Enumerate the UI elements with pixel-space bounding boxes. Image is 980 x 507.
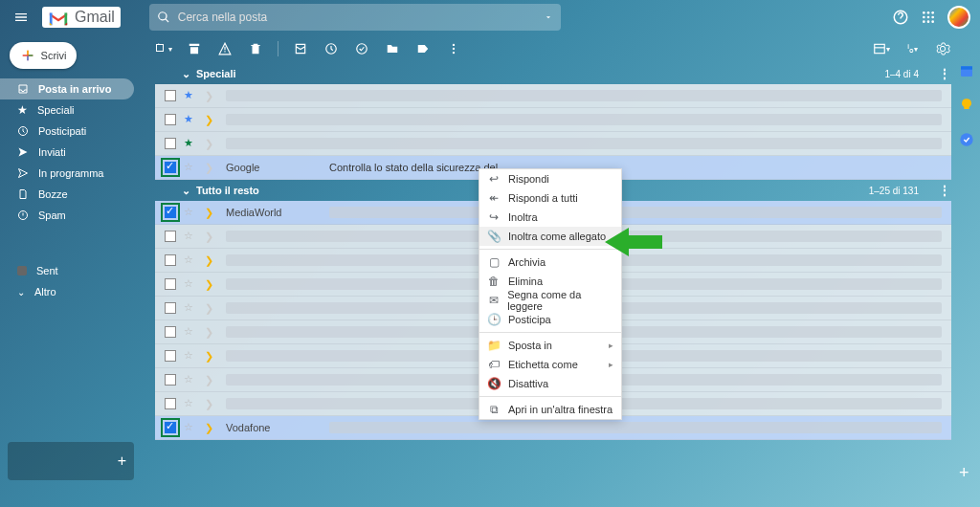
open-window-icon: ⧉ <box>487 403 501 416</box>
search-input[interactable] <box>178 11 544 24</box>
row-checkbox[interactable] <box>165 138 176 149</box>
star-icon[interactable]: ☆ <box>184 277 197 291</box>
row-checkbox[interactable] <box>165 162 176 173</box>
star-icon[interactable]: ☆ <box>184 206 197 219</box>
row-checkbox[interactable] <box>165 302 176 314</box>
ctx-delete[interactable]: 🗑Elimina <box>479 272 621 291</box>
row-checkbox[interactable] <box>165 398 176 409</box>
important-icon[interactable]: ❯ <box>205 278 218 290</box>
sidebar-item-more[interactable]: ⌄ Altro <box>0 281 134 302</box>
delete-icon[interactable] <box>247 40 264 57</box>
star-icon[interactable]: ★ <box>184 113 197 126</box>
ctx-forward[interactable]: ↪Inoltra <box>479 208 621 227</box>
hangouts-profile[interactable]: + <box>8 442 134 480</box>
important-icon[interactable]: ❯ <box>205 114 218 125</box>
star-icon[interactable]: ☆ <box>184 161 197 174</box>
row-checkbox[interactable] <box>165 326 176 338</box>
ctx-reply[interactable]: ↩Rispondi <box>479 169 621 188</box>
important-icon[interactable]: ❯ <box>205 138 218 149</box>
star-icon[interactable]: ☆ <box>184 230 197 243</box>
calendar-icon[interactable] <box>959 63 974 78</box>
sidebar-label-sent[interactable]: Sent <box>0 260 134 281</box>
section-more-icon[interactable]: ⋮ <box>938 183 951 198</box>
important-icon[interactable]: ❯ <box>205 374 218 386</box>
important-icon[interactable]: ❯ <box>205 231 218 242</box>
sidebar-item-spam[interactable]: Spam <box>0 205 134 226</box>
star-icon[interactable]: ☆ <box>184 373 197 386</box>
important-icon[interactable]: ❯ <box>205 254 218 266</box>
row-checkbox[interactable] <box>165 422 176 433</box>
search-box[interactable] <box>149 4 561 31</box>
label-icon: 🏷 <box>487 358 501 371</box>
row-checkbox[interactable] <box>165 114 176 125</box>
settings-icon[interactable] <box>934 40 951 57</box>
report-spam-icon[interactable] <box>216 40 234 57</box>
sidebar-item-drafts[interactable]: Bozze <box>0 184 134 205</box>
main-menu-button[interactable] <box>10 6 33 29</box>
ctx-mute[interactable]: 🔇Disattiva <box>479 374 621 393</box>
sidebar-item-label: Altro <box>34 286 56 298</box>
chevron-down-icon[interactable] <box>544 12 553 22</box>
archive-icon[interactable] <box>186 40 203 57</box>
move-to-icon[interactable] <box>384 40 401 57</box>
star-icon[interactable]: ★ <box>184 89 197 102</box>
labels-icon[interactable] <box>414 40 432 57</box>
apps-icon[interactable] <box>921 10 936 25</box>
help-icon[interactable] <box>892 9 909 26</box>
row-checkbox[interactable] <box>165 350 176 362</box>
important-icon[interactable]: ❯ <box>205 326 218 338</box>
sidebar-item-scheduled[interactable]: In programma <box>0 163 134 184</box>
row-checkbox[interactable] <box>165 207 176 218</box>
important-icon[interactable]: ❯ <box>205 302 218 314</box>
section-more-icon[interactable]: ⋮ <box>938 66 951 81</box>
important-icon[interactable]: ❯ <box>205 398 218 409</box>
email-row[interactable]: ★ ❯ <box>155 84 951 108</box>
important-icon[interactable]: ❯ <box>205 207 218 218</box>
ctx-reply-all[interactable]: ↞Rispondi a tutti <box>479 188 621 208</box>
row-checkbox[interactable] <box>165 90 176 101</box>
split-pane-icon[interactable]: ▾ <box>873 40 890 57</box>
tasks-icon[interactable] <box>959 132 974 147</box>
star-icon[interactable]: ☆ <box>184 254 197 267</box>
ctx-snooze[interactable]: 🕒Posticipa <box>479 310 621 329</box>
sidebar-item-snoozed[interactable]: Posticipati <box>0 121 134 142</box>
brand-text: Gmail <box>75 9 115 26</box>
row-checkbox[interactable] <box>165 278 176 290</box>
row-checkbox[interactable] <box>165 231 176 242</box>
sidebar-item-starred[interactable]: ★ Speciali <box>0 99 134 121</box>
add-task-icon[interactable] <box>353 40 370 57</box>
important-icon[interactable]: ❯ <box>205 162 218 173</box>
row-checkbox[interactable] <box>165 374 176 386</box>
ctx-open-window[interactable]: ⧉Apri in un'altra finestra <box>479 400 621 419</box>
avatar[interactable] <box>947 6 970 29</box>
keep-icon[interactable] <box>959 98 974 113</box>
attachment-icon: 📎 <box>487 230 501 243</box>
ctx-label-as[interactable]: 🏷Etichetta come▸ <box>479 355 621 374</box>
important-icon[interactable]: ❯ <box>205 90 218 101</box>
star-icon[interactable]: ☆ <box>184 325 197 339</box>
add-icon[interactable]: + <box>959 463 974 478</box>
sidebar-item-sent[interactable]: Inviati <box>0 142 134 163</box>
star-icon[interactable]: ★ <box>184 137 197 150</box>
star-icon[interactable]: ☆ <box>184 301 197 315</box>
ctx-archive[interactable]: ▢Archivia <box>479 253 621 272</box>
email-row[interactable]: ★ ❯ <box>155 108 951 132</box>
mark-read-icon[interactable] <box>292 40 309 57</box>
ctx-forward-attachment[interactable]: 📎Inoltra come allegato <box>479 227 621 246</box>
row-checkbox[interactable] <box>165 254 176 266</box>
more-icon[interactable] <box>445 40 462 57</box>
important-icon[interactable]: ❯ <box>205 422 218 433</box>
sidebar-item-inbox[interactable]: Posta in arrivo <box>0 78 134 99</box>
ctx-mark-unread[interactable]: ✉Segna come da leggere <box>479 291 621 310</box>
section-header-speciali[interactable]: ⌄ Speciali 1–4 di 4 ⋮ <box>155 63 951 84</box>
star-icon[interactable]: ☆ <box>184 421 197 434</box>
ctx-move-to[interactable]: 📁Sposta in▸ <box>479 336 621 355</box>
star-icon[interactable]: ☆ <box>184 349 197 363</box>
input-tools-icon[interactable]: ᴵₒ▾ <box>903 40 921 57</box>
compose-button[interactable]: Scrivi <box>10 42 77 69</box>
important-icon[interactable]: ❯ <box>205 350 218 362</box>
select-all-checkbox[interactable]: ▾ <box>155 40 172 57</box>
star-icon[interactable]: ☆ <box>184 397 197 410</box>
snooze-icon[interactable] <box>323 40 340 57</box>
email-row[interactable]: ★ ❯ <box>155 132 951 156</box>
